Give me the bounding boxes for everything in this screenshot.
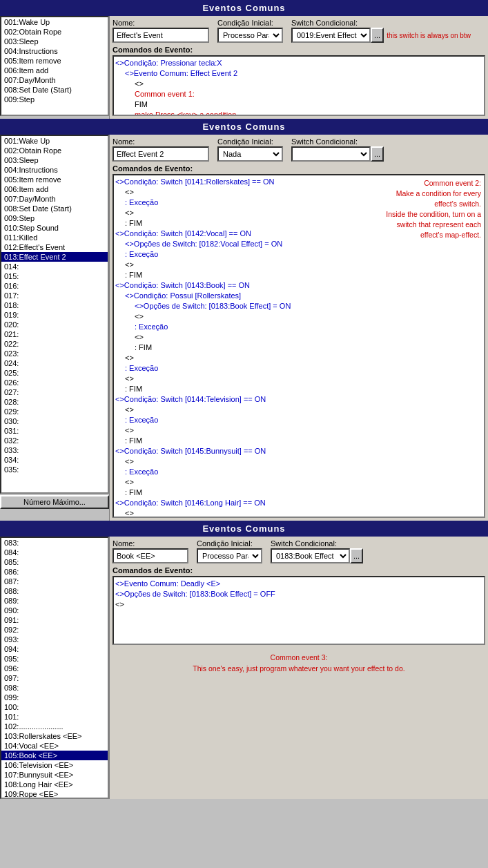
list-item[interactable]: 022: (1, 339, 108, 349)
list-item[interactable]: 009:Step (1, 213, 108, 223)
commands-box1[interactable]: <>Condição: Pressionar tecla:X<>Evento C… (113, 55, 485, 116)
list-item[interactable]: 088: (1, 586, 108, 596)
list-item[interactable]: 108:Long Hair <EE> (1, 780, 108, 789)
list-item[interactable]: 006:Item add (1, 184, 108, 194)
section1-listbox[interactable]: 001:Wake Up002:Obtain Rope003:Sleep004:I… (0, 16, 109, 116)
list-item[interactable]: 003:Sleep (1, 155, 108, 165)
commands-box3[interactable]: <>Evento Comum: Deadly <E><>Opções de Sw… (113, 576, 485, 645)
commands-box2[interactable]: Common event 2:Make a condition for ever… (113, 174, 485, 518)
command-line: : Exceção (115, 467, 482, 477)
list-item[interactable]: 085: (1, 557, 108, 567)
list-item[interactable]: 083: (1, 538, 108, 548)
list-item[interactable]: 007:Day/Month (1, 194, 108, 204)
list-item[interactable]: 002:Obtain Rope (1, 146, 108, 155)
switch-btn[interactable]: ... (371, 28, 384, 43)
command-line: <> (115, 332, 482, 343)
list-item[interactable]: 098: (1, 683, 108, 693)
list-item[interactable]: 008:Set Date (Start) (1, 204, 108, 213)
max-btn[interactable]: Número Máximo... (0, 495, 109, 509)
list-item[interactable]: 014: (1, 262, 108, 271)
list-item[interactable]: 091: (1, 615, 108, 625)
list-item[interactable]: 029: (1, 407, 108, 416)
list-item[interactable]: 094: (1, 644, 108, 654)
list-item[interactable]: 004:Instructions (1, 46, 108, 56)
list-item[interactable]: 095: (1, 654, 108, 664)
list-item[interactable]: 096: (1, 664, 108, 673)
cond-select2[interactable]: Nada (217, 146, 283, 162)
list-item[interactable]: 107:Bunnysuit <EE> (1, 770, 108, 780)
switch-select3[interactable]: 0183:Book Effect (271, 548, 350, 563)
list-item[interactable]: 011:Killed (1, 233, 108, 242)
list-item[interactable]: 023: (1, 349, 108, 358)
switch-select[interactable]: 0019:Event Effect (291, 28, 371, 43)
list-item[interactable]: 006:Item add (1, 66, 108, 75)
list-item[interactable]: 013:Effect Event 2 (1, 252, 108, 262)
list-item[interactable]: 100: (1, 702, 108, 712)
list-item[interactable]: 005:Item remove (1, 175, 108, 184)
list-item[interactable]: 087: (1, 577, 108, 586)
command-line: <> (115, 477, 482, 488)
switch-select2[interactable] (291, 146, 371, 162)
command-line: : FIM (115, 436, 482, 446)
list-item[interactable]: 104:Vocal <EE> (1, 741, 108, 751)
name-label: Nome: (113, 19, 209, 27)
list-item[interactable]: 010:Step Sound (1, 223, 108, 233)
list-item[interactable]: 009:Step (1, 95, 108, 104)
list-item[interactable]: 105:Book <EE> (1, 751, 108, 760)
command-line: <> (115, 456, 482, 467)
list-item[interactable]: 101: (1, 712, 108, 722)
list-item[interactable]: 030: (1, 416, 108, 426)
list-item[interactable]: 084: (1, 548, 108, 557)
name-input2[interactable] (113, 146, 209, 162)
list-item[interactable]: 035: (1, 465, 108, 474)
list-item[interactable]: 004:Instructions (1, 165, 108, 175)
list-item[interactable]: 093: (1, 635, 108, 644)
list-item[interactable]: 027: (1, 387, 108, 397)
list-item[interactable]: 099: (1, 693, 108, 702)
section3-listbox[interactable]: 083:084:085:086:087:088:089:090:091:092:… (0, 537, 109, 799)
list-item[interactable]: 024: (1, 358, 108, 368)
list-item[interactable]: 089: (1, 596, 108, 606)
list-item[interactable]: 092: (1, 625, 108, 635)
list-item[interactable]: 001:Wake Up (1, 17, 108, 27)
list-item[interactable]: 032: (1, 436, 108, 445)
name-input[interactable] (113, 28, 209, 43)
list-item[interactable]: 015: (1, 271, 108, 281)
list-item[interactable]: 018: (1, 300, 108, 310)
switch-btn3[interactable]: ... (350, 548, 363, 563)
list-item[interactable]: 016: (1, 281, 108, 291)
list-item[interactable]: 097: (1, 673, 108, 683)
name-input3[interactable] (113, 548, 188, 563)
list-item[interactable]: 034: (1, 455, 108, 465)
list-item[interactable]: 007:Day/Month (1, 75, 108, 85)
list-item[interactable]: 090: (1, 606, 108, 615)
list-item[interactable]: 001:Wake Up (1, 136, 108, 146)
list-item[interactable]: 102:..................... (1, 722, 108, 731)
list-item[interactable]: 008:Set Date (Start) (1, 85, 108, 95)
section2-content: Nome: Condição Inicial: Nada Switch Cond… (109, 135, 488, 521)
list-item[interactable]: 021: (1, 329, 108, 339)
list-item[interactable]: 020: (1, 320, 108, 329)
cond-select[interactable]: Processo Paralelc... (217, 28, 283, 43)
list-item[interactable]: 012:Effect's Event (1, 242, 108, 252)
list-item[interactable]: 028: (1, 397, 108, 407)
list-item[interactable]: 005:Item remove (1, 56, 108, 66)
list-item[interactable]: 106:Television <EE> (1, 760, 108, 770)
list-item[interactable]: 002:Obtain Rope (1, 27, 108, 37)
list-item[interactable]: 026: (1, 378, 108, 387)
list-item[interactable]: 031: (1, 426, 108, 436)
list-item[interactable]: 103:Rollerskates <EE> (1, 731, 108, 741)
commands-label2: Comandos de Evento: (113, 164, 485, 173)
cond-select3[interactable]: Processo Paralelc... (197, 548, 262, 563)
list-item[interactable]: 025: (1, 368, 108, 378)
switch-btn2[interactable]: ... (371, 146, 384, 162)
list-item[interactable]: 003:Sleep (1, 37, 108, 46)
command-line: <>Opções de Switch: [0182:Vocal Effect] … (115, 239, 482, 249)
list-item[interactable]: 017: (1, 291, 108, 300)
section3: Eventos Comuns 083:084:085:086:087:088:0… (0, 521, 488, 799)
list-item[interactable]: 033: (1, 445, 108, 455)
list-item[interactable]: 086: (1, 567, 108, 577)
list-item[interactable]: 019: (1, 310, 108, 320)
list-item[interactable]: 109:Rope <EE> (1, 789, 108, 799)
section2-listbox[interactable]: 001:Wake Up002:Obtain Rope003:Sleep004:I… (0, 135, 109, 494)
